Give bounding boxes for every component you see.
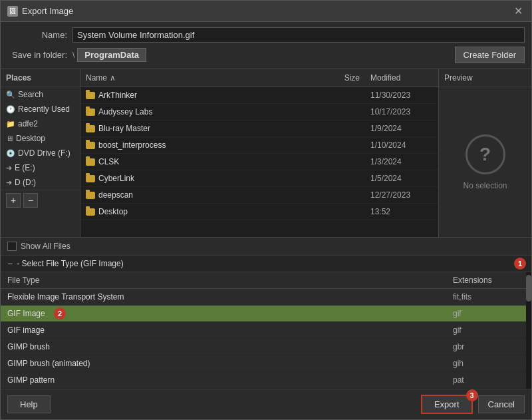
- file-size-cell: [312, 94, 365, 97]
- file-type-row[interactable]: GIMP brush gbr: [1, 339, 526, 355]
- bottom-section: Show All Files − - Select File Type (GIF…: [1, 238, 531, 419]
- sidebar-item-label: Recently Used: [18, 105, 70, 114]
- remove-place-button[interactable]: −: [23, 193, 38, 208]
- desktop-icon: 🖥: [6, 134, 13, 142]
- sidebar-item-adfe2[interactable]: 📁 adfe2: [1, 116, 80, 131]
- filename-input[interactable]: [72, 27, 525, 43]
- sidebar-item-desktop[interactable]: 🖥 Desktop: [1, 131, 80, 146]
- file-name-cell: Blu-ray Master: [80, 122, 312, 134]
- folder-icon: [86, 108, 95, 116]
- places-actions: + −: [1, 190, 80, 210]
- ft-name: GIMP brush (animated): [1, 357, 446, 369]
- file-modified-cell: 12/27/2023: [365, 189, 438, 201]
- cancel-button[interactable]: Cancel: [478, 395, 525, 413]
- file-size-cell: [312, 144, 365, 146]
- export-button-wrap: Export 3: [421, 395, 473, 414]
- save-label: Save in folder:: [7, 50, 67, 60]
- file-size-cell: [312, 177, 365, 180]
- file-type-row[interactable]: GIMP pattern pat: [1, 372, 526, 389]
- file-row[interactable]: boost_interprocess 1/10/2024: [80, 137, 438, 154]
- places-header: Places: [1, 69, 80, 87]
- folder-icon: [86, 92, 95, 99]
- file-name-cell: Desktop: [80, 206, 312, 218]
- sidebar-item-search[interactable]: 🔍 Search: [1, 87, 80, 102]
- ft-name: GIF image: [1, 324, 446, 336]
- ft-col-ext-header: Extensions: [446, 274, 526, 286]
- save-row: Save in folder: \ ProgramData Create Fol…: [7, 47, 525, 63]
- sidebar-item-label: D (D:): [15, 178, 36, 187]
- ft-name: GIMP pattern: [1, 374, 446, 386]
- folder-icon: [86, 208, 95, 216]
- file-row[interactable]: CLSK 1/3/2024: [80, 154, 438, 170]
- file-type-row[interactable]: Flexible Image Transport System fit,fits: [1, 289, 526, 306]
- file-row[interactable]: Desktop 13:52: [80, 204, 438, 220]
- preview-content: ? No selection: [439, 87, 531, 237]
- sidebar-item-label: E (E:): [15, 163, 35, 172]
- collapse-icon: −: [7, 258, 13, 269]
- badge-3: 3: [466, 389, 478, 401]
- ft-ext: pat: [446, 374, 526, 386]
- file-row[interactable]: CyberLink 1/5/2024: [80, 170, 438, 187]
- col-size-header[interactable]: Size: [312, 72, 365, 84]
- ft-name: Flexible Image Transport System: [1, 291, 446, 303]
- folder-icon: [86, 175, 95, 182]
- drive-icon: ➜: [6, 164, 12, 172]
- file-modified-cell: 10/17/2023: [365, 106, 438, 118]
- ft-ext: gif: [446, 324, 526, 336]
- sidebar-item-dvd[interactable]: 💿 DVD Drive (F:): [1, 146, 80, 160]
- action-bar: Help Export 3 Cancel: [1, 389, 531, 419]
- dvd-icon: 💿: [6, 149, 15, 158]
- ft-ext: gih: [446, 357, 526, 369]
- add-place-button[interactable]: +: [6, 193, 21, 208]
- ft-ext: fit,fits: [446, 291, 526, 303]
- export-button[interactable]: Export: [421, 395, 473, 414]
- close-button[interactable]: ✕: [511, 5, 525, 18]
- file-name-cell: Audyssey Labs: [80, 106, 312, 118]
- ft-name: GIMP brush: [1, 341, 446, 353]
- file-name-cell: CyberLink: [80, 172, 312, 184]
- export-image-dialog: 🖼 Export Image ✕ Name: Save in folder: \…: [0, 0, 532, 420]
- folder-icon: [86, 192, 95, 199]
- name-row: Name:: [7, 27, 525, 43]
- select-file-type-row[interactable]: − - Select File Type (GIF Image) 1: [1, 256, 531, 272]
- help-button[interactable]: Help: [7, 395, 51, 413]
- sidebar-item-d-drive[interactable]: ➜ D (D:): [1, 175, 80, 190]
- file-size-cell: [312, 194, 365, 196]
- file-modified-cell: 1/10/2024: [365, 139, 438, 151]
- scrollbar[interactable]: [526, 272, 531, 389]
- sidebar-item-recently-used[interactable]: 🕐 Recently Used: [1, 102, 80, 116]
- drive-icon: ➜: [6, 178, 12, 187]
- show-all-checkbox[interactable]: [7, 242, 17, 251]
- sidebar-item-e-drive[interactable]: ➜ E (E:): [1, 160, 80, 175]
- folder-icon: 📁: [6, 120, 15, 128]
- file-name-cell: boost_interprocess: [80, 139, 312, 151]
- file-list-header: Name ∧ Size Modified: [80, 69, 438, 87]
- sidebar-item-label: adfe2: [18, 119, 38, 128]
- file-type-row-selected[interactable]: GIF Image gif 2: [1, 306, 526, 322]
- file-type-table-wrapper: File Type Extensions Flexible Image Tran…: [1, 272, 531, 389]
- file-row[interactable]: Audyssey Labs 10/17/2023: [80, 104, 438, 120]
- places-panel: Places 🔍 Search 🕐 Recently Used 📁 adfe2 …: [1, 69, 80, 237]
- col-name-header[interactable]: Name ∧: [80, 72, 312, 84]
- create-folder-button[interactable]: Create Folder: [455, 47, 525, 63]
- sidebar-item-label: DVD Drive (F:): [18, 148, 70, 158]
- file-type-row[interactable]: GIF image gif: [1, 322, 526, 339]
- header-section: Name: Save in folder: \ ProgramData Crea…: [1, 22, 531, 69]
- select-type-label: - Select File Type (GIF Image): [17, 259, 124, 268]
- file-modified-cell: 13:52: [365, 206, 438, 218]
- file-row[interactable]: Blu-ray Master 1/9/2024: [80, 120, 438, 137]
- file-size-cell: [312, 127, 365, 130]
- preview-header: Preview: [439, 69, 531, 87]
- file-type-row[interactable]: GIMP brush (animated) gih: [1, 355, 526, 372]
- badge-2: 2: [54, 308, 66, 319]
- main-area: Places 🔍 Search 🕐 Recently Used 📁 adfe2 …: [1, 69, 531, 238]
- preview-panel: Preview ? No selection: [438, 69, 531, 237]
- file-row[interactable]: ArkThinker 11/30/2023: [80, 87, 438, 104]
- col-modified-header[interactable]: Modified: [365, 72, 438, 84]
- action-buttons: Export 3 Cancel: [421, 395, 525, 414]
- ft-ext: gbr: [446, 341, 526, 353]
- title-bar-left: 🖼 Export Image: [7, 6, 73, 17]
- file-size-cell: [312, 110, 365, 113]
- sort-arrow-icon: ∧: [110, 73, 116, 83]
- file-row[interactable]: deepscan 12/27/2023: [80, 187, 438, 204]
